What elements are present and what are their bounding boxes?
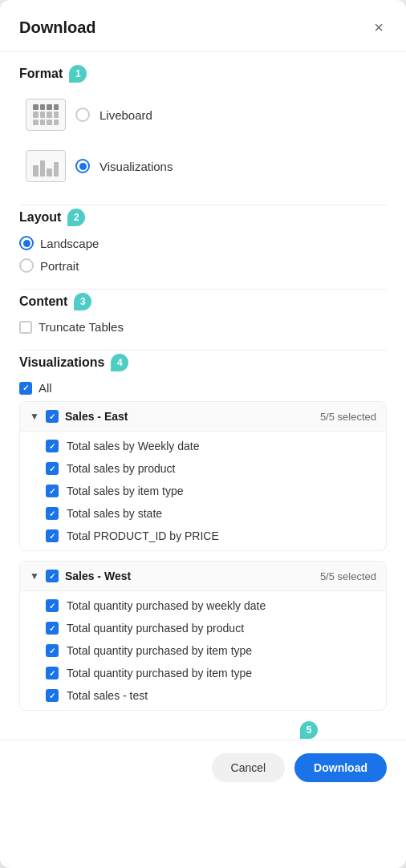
sales-west-checkbox[interactable] [46,570,59,582]
truncate-label: Truncate Tables [39,320,124,334]
content-badge: 3 [74,293,91,310]
modal-footer: 5 Cancel Download [0,740,406,795]
liveboard-radio[interactable] [75,107,90,122]
all-checkbox[interactable] [19,382,32,395]
content-title: Content [19,294,67,309]
sales-east-checkbox[interactable] [46,410,59,423]
format-option-liveboard[interactable]: Liveboard [19,92,387,137]
list-item[interactable]: Total sales by product [30,460,376,477]
sales-west-items: Total quantity purchased by weekly date … [20,591,386,710]
list-item[interactable]: Total PRODUCT_ID by PRICE [30,528,376,544]
modal-header: Download × [0,0,406,52]
visualizations-badge: 4 [111,354,128,371]
item-checkbox[interactable] [46,462,59,475]
portrait-label: Portrait [40,259,79,273]
visualizations-label: Visualizations [99,160,173,173]
modal-body: Format 1 [0,52,406,740]
format-badge: 1 [69,65,87,83]
item-label: Total sales by product [67,462,175,475]
close-button[interactable]: × [371,16,387,39]
item-label: Total quantity purchased by item type [67,667,252,679]
item-checkbox[interactable] [46,599,59,612]
item-checkbox[interactable] [46,644,59,657]
landscape-option[interactable]: Landscape [19,236,387,250]
item-checkbox[interactable] [46,689,59,702]
visualizations-radio[interactable] [75,159,90,173]
list-item[interactable]: Total sales by Weekly date [30,438,376,454]
liveboard-label: Liveboard [99,108,152,122]
layout-title-row: Layout 2 [19,209,387,226]
divider-3 [19,350,387,351]
layout-options: Landscape Portrait [19,236,387,273]
content-title-row: Content 3 [19,293,387,310]
layout-section: Layout 2 Landscape Portrait [19,209,387,273]
list-item[interactable]: Total quantity purchased by item type [30,665,376,681]
sales-east-header[interactable]: ▼ Sales - East 5/5 selected [20,402,386,432]
item-checkbox[interactable] [46,507,59,520]
sales-east-group: ▼ Sales - East 5/5 selected Total sales … [19,401,387,551]
sales-west-count: 5/5 selected [320,570,376,582]
divider-2 [19,289,387,290]
visualizations-icon [26,150,66,182]
item-checkbox[interactable] [46,622,59,635]
item-label: Total PRODUCT_ID by PRICE [67,529,219,542]
download-modal: Download × Format 1 [0,0,406,868]
portrait-option[interactable]: Portrait [19,258,387,273]
all-label: All [39,381,52,395]
divider-1 [19,205,387,205]
cancel-button[interactable]: Cancel [212,753,286,782]
truncate-checkbox[interactable] [19,321,32,334]
item-label: Total sales by state [67,507,162,520]
item-label: Total sales by Weekly date [67,440,200,452]
list-item[interactable]: Total quantity purchased by product [30,620,376,636]
list-item[interactable]: Total quantity purchased by weekly date [30,598,376,614]
sales-east-title: Sales - East [65,410,320,423]
item-checkbox[interactable] [46,529,59,542]
item-label: Total quantity purchased by item type [67,644,252,657]
footer-badge: 5 [300,721,318,739]
item-label: Total sales - test [67,689,148,702]
truncate-option[interactable]: Truncate Tables [19,320,387,334]
modal-title: Download [19,18,96,37]
all-option[interactable]: All [19,381,387,395]
format-section: Format 1 [19,65,387,189]
format-option-visualizations[interactable]: Visualizations [19,144,387,189]
format-title: Format [19,67,63,81]
visualizations-section-title: Visualizations [19,355,104,370]
list-item[interactable]: Total sales by item type [30,483,376,499]
format-options: Liveboard Visualizations [19,92,387,189]
landscape-radio[interactable] [19,236,34,250]
item-checkbox[interactable] [46,667,59,679]
item-label: Total quantity purchased by weekly date [67,599,266,612]
download-button[interactable]: Download [294,753,387,782]
sales-west-group: ▼ Sales - West 5/5 selected Total quanti… [19,561,387,711]
list-item[interactable]: Total sales by state [30,505,376,521]
sales-west-chevron: ▼ [30,570,39,582]
item-label: Total quantity purchased by product [67,622,244,635]
landscape-label: Landscape [40,237,99,250]
sales-west-header[interactable]: ▼ Sales - West 5/5 selected [20,562,386,591]
item-checkbox[interactable] [46,485,59,497]
content-section: Content 3 Truncate Tables [19,293,387,334]
visualizations-section: Visualizations 4 All ▼ Sales - East 5/5 … [19,354,387,711]
list-item[interactable]: Total sales - test [30,688,376,704]
list-item[interactable]: Total quantity purchased by item type [30,643,376,659]
item-checkbox[interactable] [46,440,59,452]
layout-title: Layout [19,210,61,225]
liveboard-icon [26,99,66,131]
visualizations-title-row: Visualizations 4 [19,354,387,371]
sales-east-chevron: ▼ [30,411,39,422]
sales-west-title: Sales - West [65,570,320,582]
sales-east-count: 5/5 selected [320,411,376,423]
sales-east-items: Total sales by Weekly date Total sales b… [20,432,386,550]
layout-badge: 2 [67,209,85,226]
portrait-radio[interactable] [19,258,34,273]
item-label: Total sales by item type [67,485,184,497]
format-title-row: Format 1 [19,65,387,83]
